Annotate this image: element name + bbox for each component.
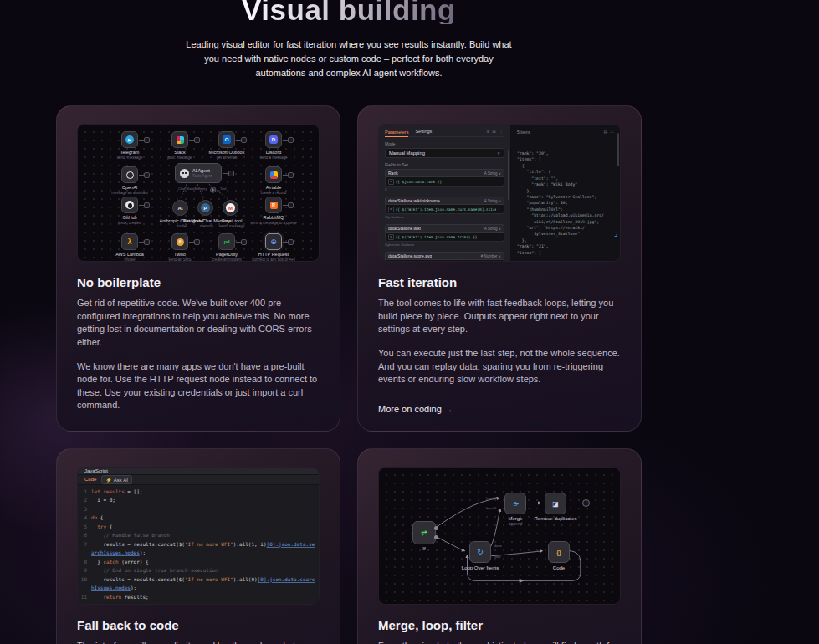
panel-scrollbar[interactable] (508, 150, 509, 200)
editor-window-title: JavaScript (78, 468, 319, 475)
node-rabbitmq: R RabbitMQsend a message to a queue (265, 197, 282, 213)
node-settings-screenshot: Parameters Settings ≡ ⊞ ⋮ Mode Manual Ma… (378, 124, 621, 262)
tab-settings: Settings (415, 129, 432, 134)
if-filter-icon: ⇌ (421, 529, 427, 537)
merge-input2-label: Input 2 (486, 506, 496, 510)
field-row: data.Stallone.wiki/nicknameA String ∨ ={… (385, 197, 504, 219)
tab-code: Code (84, 477, 96, 482)
card-title: Fast iteration (378, 275, 621, 289)
outlook-icon: O (223, 135, 231, 144)
openai-icon (126, 171, 134, 179)
http-request-icon: ⊕ (270, 238, 277, 246)
parameters-panel: Parameters Settings ≡ ⊞ ⋮ Mode Manual Ma… (379, 125, 511, 261)
more-on-coding-link[interactable]: More on coding→ (378, 404, 621, 414)
spark-icon: ⚡ (105, 478, 112, 483)
tab-ask-ai: ⚡Ask AI (101, 475, 132, 484)
card-no-boilerplate: ▶ Telegramsend: message Slackpost: messa… (56, 105, 340, 432)
panel-toolbar-icons: ≡ ⊞ ⋮ (487, 129, 504, 134)
expand-corner-icon: ⌟ (614, 229, 617, 238)
pagerduty-icon: pd (224, 239, 229, 244)
node-airtable: Airtablecreate a record (265, 166, 282, 183)
node-loop-over-items: ↻ (469, 541, 491, 563)
node-http-request: ⊕ HTTP Requestconnect to any app or API (265, 233, 282, 250)
loop-icon: ↻ (477, 548, 484, 556)
arrow-right-icon: → (444, 404, 453, 414)
code-area: 1let results = []; 2 i = 0; 3 4do { 5 tr… (78, 485, 319, 605)
telegram-icon: ▶ (125, 135, 134, 144)
workflow-canvas-screenshot: ▶ Telegramsend: message Slackpost: messa… (77, 124, 320, 262)
node-gmail-tool: M Gmail toolsend: message (223, 200, 238, 216)
node-anthropic-chat-model: A\ Anthropic Chat Modelmodel (172, 200, 188, 216)
card-title: Fall back to code (77, 618, 320, 632)
chevron-down-icon: ∨ (497, 151, 500, 156)
ai-agent-icon (180, 169, 189, 178)
aws-lambda-icon: λ (127, 238, 131, 246)
rabbitmq-icon: R (270, 202, 278, 209)
code-node-label: Code (534, 565, 584, 570)
output-scrollbar[interactable] (617, 133, 619, 166)
node-merge: ⋔ (504, 493, 526, 514)
field-row: data.Stallone.score.avg# Number ∨ ={{ $j… (385, 252, 504, 262)
node-if: ⇌ (412, 521, 436, 544)
json-output: "rank": "20","items": [ { "title": { "te… (517, 138, 614, 262)
output-view-icons: ▤ ⛶ (603, 129, 614, 135)
card-fast-iteration: Parameters Settings ≡ ⊞ ⋮ Mode Manual Ma… (357, 105, 642, 432)
node-pagerduty: pd PagerDutycreate an incident (218, 233, 235, 250)
agent-port-memory: Memory (195, 187, 207, 191)
merge-input1-label: Input 1 (486, 496, 496, 500)
twilio-icon: * (177, 238, 184, 246)
hero-section: Visual building Leading visual editor fo… (56, 0, 642, 80)
view-integrations-link[interactable]: View integrations→ (77, 430, 320, 432)
anthropic-icon: A\ (178, 206, 183, 211)
node-openai: OpenAImessage an assistant (121, 166, 138, 183)
card-title: Merge, loop, filter (378, 618, 621, 632)
postgres-icon: P (201, 203, 210, 212)
loop-done-label: done (494, 544, 502, 548)
agent-port-chat-model: Chat Model (178, 187, 195, 191)
card-title: No boilerplate (77, 275, 320, 289)
code-editor-screenshot: JavaScript Code ⚡Ask AI 1let results = [… (77, 467, 320, 605)
card-merge-loop-filter: ⇌ If ⋔ Input 1 Input 2 Mergeappend ◪ Rem… (357, 448, 642, 644)
card-paragraph: Get rid of repetitive code. We've built … (77, 297, 320, 349)
airtable-icon (270, 171, 278, 179)
node-code: {} (548, 541, 570, 563)
card-paragraph: The tool comes to life with fast feedbac… (378, 297, 621, 336)
card-paragraph: The interface will never limit you. Use … (77, 640, 320, 644)
feature-grid: ▶ Telegramsend: message Slackpost: messa… (56, 105, 642, 644)
mode-label: Mode (385, 141, 504, 146)
loop-node-label: Loop Over Items (455, 565, 505, 570)
slack-icon (177, 136, 184, 144)
output-panel: 5 items ▤ ⛶ "rank": "20","items": [ { "t… (511, 125, 620, 261)
output-items-count: 5 items (517, 130, 530, 135)
remove-duplicates-icon: ◪ (552, 500, 559, 508)
node-postgres-chat-memory: P Postgres Chat Memorymemory (197, 200, 213, 216)
field-row: RankA String ∨ ={{ $json.data.rank }}⋮ 5 (385, 169, 504, 192)
card-paragraph: From the simple to the sophisticated you… (378, 640, 621, 644)
node-aws-lambda: λ AWS Lambdainvoke (121, 233, 138, 250)
discord-icon: D (269, 135, 278, 144)
fields-to-set-label: Fields to Set (385, 162, 504, 167)
github-icon (125, 201, 134, 209)
mode-select: Manual Mapping ∨ (385, 148, 504, 158)
agent-port-tool: Tool (220, 187, 226, 191)
field-row: data.Stallone.wikiA String ∨ ={{ $('Wiki… (385, 224, 504, 247)
node-telegram: ▶ Telegramsend: message (121, 131, 138, 148)
card-fall-back-to-code: JavaScript Code ⚡Ask AI 1let results = [… (56, 448, 340, 644)
page-title: Visual building (242, 0, 456, 24)
node-discord: D Discordsend a message (265, 131, 282, 148)
card-paragraph: We know there are many apps we don't hav… (77, 360, 320, 412)
if-node-label: If (399, 546, 449, 551)
arrow-right-icon: → (150, 430, 159, 432)
gmail-icon: M (226, 203, 235, 212)
node-slack: Slackpost: message (171, 131, 188, 148)
workflow-logic-screenshot: ⇌ If ⋔ Input 1 Input 2 Mergeappend ◪ Rem… (378, 467, 621, 605)
loop-loop-label: loop (494, 555, 501, 559)
node-ai-agent: AI AgentTools Agent (175, 163, 222, 183)
tab-parameters: Parameters (385, 130, 408, 137)
page-subtitle: Leading visual editor for fast iteration… (182, 38, 516, 80)
remove-duplicates-label: Remove duplicates (528, 516, 583, 521)
page-container: Visual building Leading visual editor fo… (56, 0, 642, 644)
card-paragraph: You can execute just the last step, not … (378, 347, 621, 386)
node-github: GitHubissue: created (121, 197, 138, 213)
add-node-plus-icon: + (582, 499, 590, 507)
